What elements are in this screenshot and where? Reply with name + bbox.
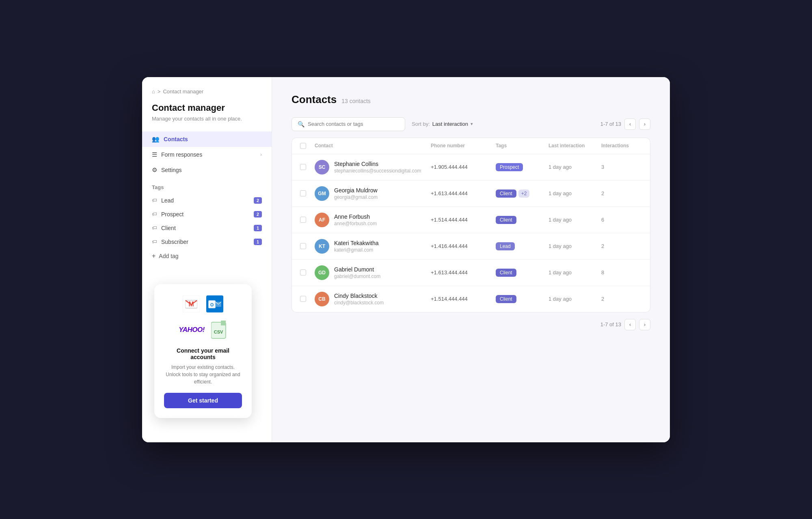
main-content: Contacts 13 contacts 🔍 Sort by: Last int… — [272, 77, 670, 442]
sidebar-item-settings[interactable]: ⚙ Settings — [142, 162, 272, 178]
page-count: 13 contacts — [341, 98, 371, 104]
tag-count-lead: 2 — [254, 197, 262, 204]
popup-description: Import your existing contacts. Unlock to… — [164, 364, 242, 385]
row-checkbox[interactable] — [300, 296, 306, 302]
sidebar-item-form-responses-label: Form responses — [161, 151, 202, 158]
row-checkbox[interactable] — [300, 269, 306, 276]
table-row[interactable]: GM Georgia Muldrow georgia@gmail.com +1.… — [292, 181, 650, 207]
yahoo-logo-text: YAHOO! — [179, 326, 205, 334]
header-interactions: Interactions — [601, 143, 642, 149]
prev-page-button[interactable]: ‹ — [624, 118, 636, 130]
svg-text:O: O — [210, 302, 214, 307]
get-started-button[interactable]: Get started — [164, 393, 242, 408]
sidebar-item-contacts-label: Contacts — [164, 136, 188, 142]
contact-name: Georgia Muldrow — [334, 187, 378, 194]
tag-item-lead[interactable]: 🏷 Lead 2 — [142, 194, 272, 207]
contact-name: Stephanie Collins — [334, 161, 421, 167]
last-interaction: 1 day ago — [549, 190, 601, 196]
contact-tags: Prospect — [496, 163, 549, 171]
tag-count-subscriber: 1 — [254, 239, 262, 245]
avatar: SC — [315, 160, 329, 174]
search-input[interactable] — [308, 121, 399, 127]
contact-cell: GM Georgia Muldrow georgia@gmail.com — [315, 186, 431, 201]
sort-control[interactable]: Sort by: Last interaction ▾ — [412, 121, 473, 127]
select-all-checkbox[interactable] — [300, 143, 306, 149]
table-row[interactable]: GD Gabriel Dumont gabriel@dumont.com +1.… — [292, 260, 650, 286]
contact-cell: CB Cindy Blackstock cindy@blackstock.com — [315, 292, 431, 306]
tag-extra: +2 — [518, 190, 530, 198]
page-title: Contacts — [292, 93, 337, 106]
bottom-next-button[interactable]: › — [639, 319, 650, 330]
page-header: Contacts 13 contacts — [292, 93, 650, 106]
contact-email: georgia@gmail.com — [334, 194, 378, 200]
sidebar-title: Contact manager — [142, 103, 272, 113]
contact-cell: AF Anne Forbush anne@forbush.com — [315, 213, 431, 227]
table-row[interactable]: KT Kateri Tekakwitha kateri@gmail.com +1… — [292, 233, 650, 260]
popup-title: Connect your email accounts — [164, 347, 242, 360]
contact-info: Kateri Tekakwitha kateri@gmail.com — [334, 240, 378, 253]
interactions-count: 2 — [601, 296, 642, 302]
row-checkbox[interactable] — [300, 243, 306, 249]
sort-value: Last interaction — [432, 121, 468, 127]
contact-email: stephaniecollins@successiondigital.com — [334, 168, 421, 174]
header-phone: Phone number — [431, 143, 496, 149]
search-box[interactable]: 🔍 — [292, 117, 405, 131]
bottom-pagination: 1-7 of 13 ‹ › — [292, 312, 650, 330]
contact-email: cindy@blackstock.com — [334, 300, 384, 306]
contact-tags: Client +2 — [496, 190, 549, 198]
tag-badge: Lead — [496, 242, 515, 250]
contact-phone: +1.514.444.444 — [431, 296, 496, 302]
tag-icon-prospect: 🏷 — [152, 211, 157, 217]
gmail-icon: M — [183, 295, 200, 312]
contact-cell: GD Gabriel Dumont gabriel@dumont.com — [315, 265, 431, 280]
tag-label-prospect: Prospect — [161, 211, 184, 218]
chevron-down-icon: ▾ — [471, 121, 473, 127]
add-tag-button[interactable]: + Add tag — [142, 249, 272, 263]
contact-tags: Client — [496, 295, 549, 303]
popup-icons-row2: YAHOO! CSV — [164, 321, 242, 339]
table-row[interactable]: CB Cindy Blackstock cindy@blackstock.com… — [292, 286, 650, 312]
last-interaction: 1 day ago — [549, 217, 601, 223]
breadcrumb-current: Contact manager — [163, 88, 203, 95]
tag-item-client[interactable]: 🏷 Client 1 — [142, 221, 272, 235]
add-tag-label: Add tag — [159, 253, 178, 259]
home-icon: ⌂ — [152, 88, 155, 95]
last-interaction: 1 day ago — [549, 243, 601, 249]
interactions-count: 2 — [601, 190, 642, 196]
contact-info: Gabriel Dumont gabriel@dumont.com — [334, 266, 380, 279]
bottom-prev-button[interactable]: ‹ — [624, 319, 636, 330]
table-row[interactable]: SC Stephanie Collins stephaniecollins@su… — [292, 154, 650, 181]
sort-label: Sort by: — [412, 121, 430, 127]
pagination-text: 1-7 of 13 — [600, 121, 621, 127]
tag-badge: Client — [496, 216, 516, 224]
interactions-count: 8 — [601, 269, 642, 276]
contact-phone: +1.416.444.444 — [431, 243, 496, 249]
contact-info: Cindy Blackstock cindy@blackstock.com — [334, 293, 384, 306]
contact-name: Anne Forbush — [334, 213, 377, 220]
tag-label-lead: Lead — [161, 197, 174, 204]
contact-email: anne@forbush.com — [334, 221, 377, 226]
tag-badge: Prospect — [496, 163, 523, 171]
tag-item-subscriber[interactable]: 🏷 Subscriber 1 — [142, 235, 272, 249]
settings-icon: ⚙ — [152, 166, 157, 174]
svg-rect-8 — [221, 321, 226, 325]
tag-count-client: 1 — [254, 225, 262, 231]
row-checkbox[interactable] — [300, 164, 306, 170]
tag-icon-subscriber: 🏷 — [152, 239, 157, 245]
pagination-info: 1-7 of 13 ‹ › — [600, 118, 650, 130]
contact-cell: KT Kateri Tekakwitha kateri@gmail.com — [315, 239, 431, 254]
sidebar-item-form-responses[interactable]: ☰ Form responses › — [142, 147, 272, 162]
interactions-count: 2 — [601, 243, 642, 249]
sidebar-item-contacts[interactable]: 👥 Contacts — [142, 131, 272, 147]
row-checkbox[interactable] — [300, 190, 306, 196]
yahoo-icon: YAHOO! — [179, 326, 205, 334]
tag-badge: Client — [496, 190, 516, 198]
tag-item-prospect[interactable]: 🏷 Prospect 2 — [142, 207, 272, 221]
next-page-button[interactable]: › — [639, 118, 650, 130]
tags-section-label: Tags — [142, 178, 272, 194]
row-checkbox[interactable] — [300, 217, 306, 223]
contact-cell: SC Stephanie Collins stephaniecollins@su… — [315, 160, 431, 174]
form-responses-icon: ☰ — [152, 151, 157, 158]
toolbar: 🔍 Sort by: Last interaction ▾ 1-7 of 13 … — [292, 117, 650, 131]
table-row[interactable]: AF Anne Forbush anne@forbush.com +1.514.… — [292, 207, 650, 233]
